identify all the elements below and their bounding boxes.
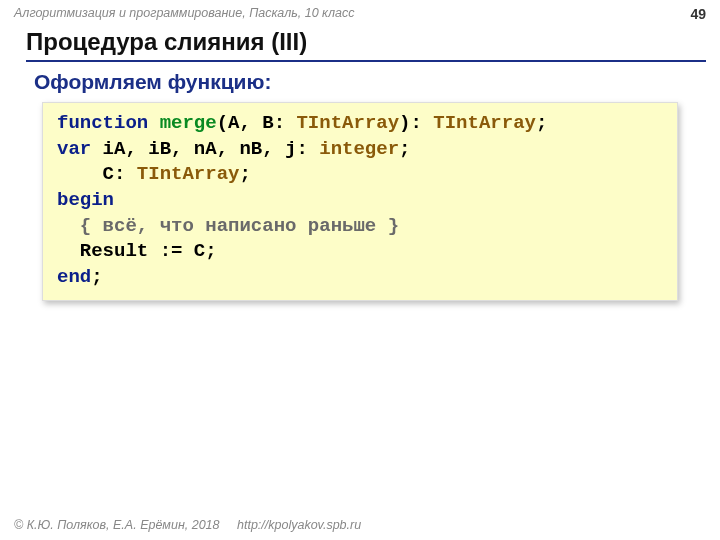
type-c: TIntArray — [137, 163, 240, 185]
kw-function: function — [57, 112, 148, 134]
code-block: function merge(A, B: TIntArray): TIntArr… — [42, 102, 678, 301]
type-return: TIntArray — [433, 112, 536, 134]
fn-merge: merge — [160, 112, 217, 134]
comment-body: { всё, что написано раньше } — [80, 215, 399, 237]
sig-open: (A, B: — [217, 112, 297, 134]
slide-subtitle: Оформляем функцию: — [34, 70, 271, 94]
type-integer: integer — [319, 138, 399, 160]
course-label: Алгоритмизация и программирование, Паска… — [14, 6, 355, 20]
slide: Алгоритмизация и программирование, Паска… — [0, 0, 720, 540]
indent-l6 — [57, 240, 80, 262]
footer: © К.Ю. Поляков, Е.А. Ерёмин, 2018 http:/… — [14, 518, 361, 532]
page-number: 49 — [690, 6, 706, 22]
kw-end: end — [57, 266, 91, 288]
footer-copyright: © К.Ю. Поляков, Е.А. Ерёмин, 2018 — [14, 518, 220, 532]
var-c: C: — [103, 163, 137, 185]
kw-var: var — [57, 138, 91, 160]
sig-close: ): — [399, 112, 433, 134]
indent-l3 — [57, 163, 103, 185]
stmt-result: Result := C; — [80, 240, 217, 262]
indent-l5 — [57, 215, 80, 237]
header-bar: Алгоритмизация и программирование, Паска… — [14, 6, 706, 22]
type-param: TIntArray — [296, 112, 399, 134]
kw-begin: begin — [57, 189, 114, 211]
slide-title: Процедура слияния (III) — [26, 28, 706, 62]
semi-1: ; — [536, 112, 547, 134]
footer-link: http://kpolyakov.spb.ru — [237, 518, 361, 532]
semi-3: ; — [239, 163, 250, 185]
var-list: iA, iB, nA, nB, j: — [91, 138, 319, 160]
semi-end: ; — [91, 266, 102, 288]
semi-2: ; — [399, 138, 410, 160]
